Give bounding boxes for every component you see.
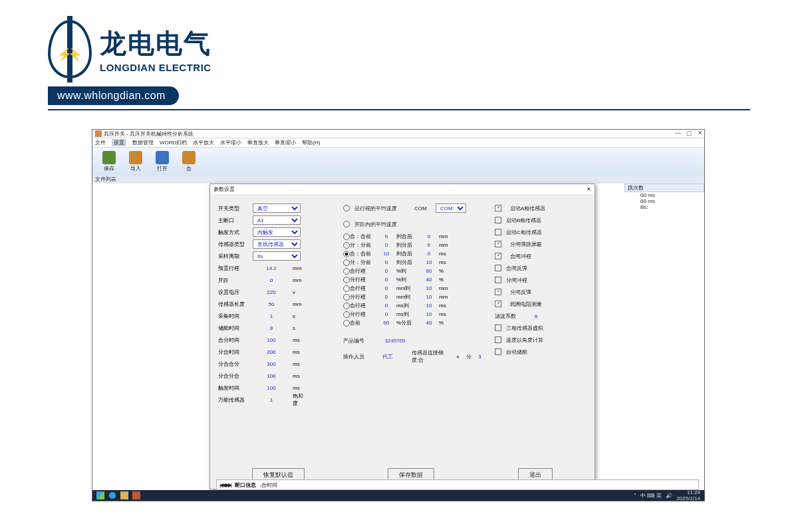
checkbox[interactable] bbox=[495, 229, 503, 235]
toolbar: 保存导入打开合 bbox=[92, 148, 704, 176]
titlebar: 高压开关 - 高压开关机械特性分析系统 — ▢ ✕ bbox=[92, 130, 704, 138]
speed-grid: 合：合前6到合后0mm分：分前0到分后6mm合：合前10到合后0ms分：分前0到… bbox=[343, 233, 485, 327]
checkbox[interactable] bbox=[495, 253, 507, 259]
grid-radio[interactable] bbox=[343, 311, 350, 318]
tab-duankou[interactable]: 断口信息 bbox=[235, 481, 256, 489]
tab-hetime[interactable]: -合时间 bbox=[260, 481, 278, 489]
clock-date: 2025/2/14 bbox=[676, 495, 700, 501]
side-row: 00 ms bbox=[624, 198, 704, 204]
brand-block: ⚡⚡ 龙电电气 LONGDIAN ELECTRIC bbox=[48, 20, 211, 78]
app-icon bbox=[95, 130, 102, 137]
app-taskbar-icon[interactable] bbox=[132, 491, 140, 499]
menu-item[interactable]: 设置 bbox=[112, 139, 126, 146]
menu-item[interactable]: 水平放大 bbox=[193, 139, 214, 146]
checkbox[interactable] bbox=[495, 217, 503, 223]
operator-value: 代工 bbox=[371, 353, 405, 360]
dialog-close-icon[interactable]: ✕ bbox=[587, 186, 591, 192]
checkbox[interactable] bbox=[495, 277, 503, 283]
grid-radio[interactable] bbox=[343, 303, 350, 309]
params-dialog: 参数设置 ✕ 开关类型真空主断口A1触发方式内触发传感器类型直线传感器采样周期8… bbox=[209, 184, 595, 489]
toolbar-button[interactable]: 保存 bbox=[96, 151, 122, 172]
minimize-button[interactable]: — bbox=[675, 130, 681, 136]
maximize-button[interactable]: ▢ bbox=[686, 130, 692, 136]
select-触发方式[interactable]: 内触发 bbox=[253, 227, 301, 237]
brand-logo: ⚡⚡ bbox=[48, 20, 92, 78]
checkbox[interactable] bbox=[495, 265, 503, 271]
grid-radio[interactable] bbox=[343, 251, 350, 257]
ime-indicator[interactable]: 中 ⌨ 英 bbox=[640, 492, 662, 499]
com-select[interactable]: COM3 bbox=[436, 203, 466, 213]
dialog-title: 参数设置 bbox=[213, 186, 235, 193]
divider bbox=[48, 109, 750, 110]
dialog-left-column: 开关类型真空主断口A1触发方式内触发传感器类型直线传感器采样周期8s预置行程14… bbox=[218, 202, 338, 406]
side-header: 跳次数 bbox=[624, 184, 704, 192]
dialog-right-column: 启动A相传感器启动B相传感器启动C相传感器分闸弹跳屏蔽合闸冲程合闸反弹分闸冲程分… bbox=[495, 202, 591, 358]
sensor-link-mid: 分 bbox=[466, 353, 471, 360]
grid-radio[interactable] bbox=[343, 233, 350, 240]
sensor-link-b: 3 bbox=[474, 354, 485, 360]
radio-open-avg[interactable] bbox=[343, 221, 352, 227]
grid-radio[interactable] bbox=[343, 277, 350, 283]
toolbar-button[interactable]: 合 bbox=[176, 151, 201, 172]
side-row: 00 ms bbox=[624, 192, 704, 198]
menu-item[interactable]: 数据管理 bbox=[132, 139, 154, 146]
window-title: 高压开关 - 高压开关机械特性分析系统 bbox=[104, 130, 194, 138]
menu-item[interactable]: 垂直放大 bbox=[247, 139, 269, 146]
com-label: COM bbox=[414, 205, 433, 211]
checkbox[interactable] bbox=[495, 205, 507, 211]
radio-total-label: 总行程的平均速度 bbox=[354, 205, 412, 212]
sensor-link-a: 4 bbox=[452, 354, 464, 360]
toolbar-button[interactable]: 导入 bbox=[123, 151, 148, 172]
select-传感器类型[interactable]: 直线传感器 bbox=[253, 239, 301, 249]
checkbox[interactable] bbox=[495, 348, 503, 355]
brand-cn: 龙电电气 bbox=[100, 25, 211, 62]
taskbar: ˄ 中 ⌨ 英 🔊 11:28 2025/2/14 bbox=[92, 490, 704, 501]
select-主断口[interactable]: A1 bbox=[253, 215, 301, 225]
radio-open-label: 开距内的平均速度 bbox=[354, 221, 397, 228]
toolbar-button[interactable]: 打开 bbox=[150, 151, 175, 172]
select-开关类型[interactable]: 真空 bbox=[253, 203, 301, 213]
radio-total-avg[interactable] bbox=[343, 205, 352, 211]
tab-nav-icon[interactable]: |◀ ◀ ▶ ▶| bbox=[219, 482, 231, 488]
explorer-icon[interactable] bbox=[120, 491, 128, 499]
side-data: 跳次数 00 ms 00 ms Bs: bbox=[624, 184, 704, 210]
grid-radio[interactable] bbox=[343, 242, 350, 249]
operator-label: 操作人员 bbox=[343, 353, 368, 360]
menu-item[interactable]: 水平缩小 bbox=[220, 139, 241, 146]
checkbox[interactable] bbox=[495, 336, 503, 343]
grid-radio[interactable] bbox=[343, 320, 350, 327]
start-icon[interactable] bbox=[96, 491, 104, 499]
menu-item[interactable]: WORD归档 bbox=[160, 139, 187, 146]
checkbox[interactable] bbox=[495, 325, 503, 331]
bottom-tabs: |◀ ◀ ▶ ▶| 断口信息 -合时间 bbox=[216, 479, 699, 490]
brand-url: www.whlongdian.com bbox=[48, 86, 179, 105]
product-label: 产品编号 bbox=[343, 337, 372, 344]
volume-icon[interactable]: 🔊 bbox=[666, 493, 672, 499]
clock-time: 11:28 bbox=[676, 489, 700, 495]
grid-radio[interactable] bbox=[343, 268, 350, 275]
checkbox[interactable] bbox=[495, 301, 507, 307]
grid-radio[interactable] bbox=[343, 294, 350, 301]
brand-en: LONGDIAN ELECTRIC bbox=[100, 62, 211, 73]
grid-radio[interactable] bbox=[343, 259, 350, 266]
checkbox[interactable] bbox=[495, 241, 507, 247]
select-采样周期[interactable]: 8s bbox=[253, 251, 301, 261]
menu-item[interactable]: 文件 bbox=[95, 139, 106, 146]
side-row: Bs: bbox=[624, 204, 704, 210]
grid-radio[interactable] bbox=[343, 285, 350, 292]
checkbox[interactable] bbox=[495, 289, 507, 295]
dialog-mid-column: 总行程的平均速度 COM COM3 开距内的平均速度 合：合前6到合后0mm分：… bbox=[343, 202, 485, 362]
file-list-label: 文件列表 bbox=[92, 176, 704, 184]
menu-item[interactable]: 垂直缩小 bbox=[275, 139, 296, 146]
tray-up-icon[interactable]: ˄ bbox=[634, 493, 636, 499]
menubar: 文件设置数据管理WORD归档水平放大水平缩小垂直放大垂直缩小帮助(H) bbox=[92, 138, 704, 148]
sensor-link-label: 传感器连接钢度:合 bbox=[412, 349, 450, 364]
app-window: 高压开关 - 高压开关机械特性分析系统 — ▢ ✕ 文件设置数据管理WORD归档… bbox=[92, 129, 705, 501]
close-button[interactable]: ✕ bbox=[698, 130, 703, 136]
menu-item[interactable]: 帮助(H) bbox=[302, 139, 320, 146]
product-value: 3245765 bbox=[375, 338, 415, 344]
edge-icon[interactable] bbox=[108, 491, 116, 499]
content-area: 跳次数 00 ms 00 ms Bs: 龙 电 电 气 参数设置 ✕ 开关类型真… bbox=[92, 184, 704, 490]
